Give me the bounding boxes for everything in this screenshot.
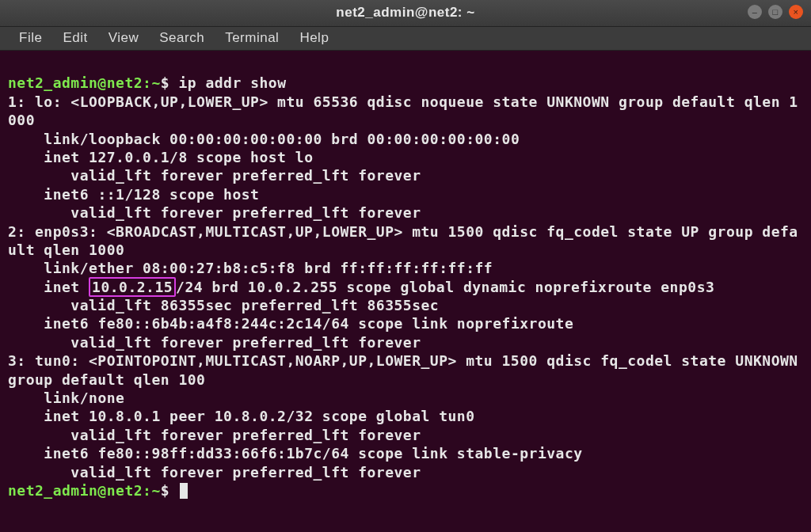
output-line: inet6 fe80::6b4b:a4f8:244c:2c14/64 scope… [8, 315, 573, 332]
output-line: valid_lft forever preferred_lft forever [8, 334, 421, 351]
prompt-path: :~ [143, 482, 161, 499]
menu-terminal[interactable]: Terminal [217, 28, 287, 48]
menu-view[interactable]: View [101, 28, 147, 48]
cursor-block [180, 483, 188, 499]
menu-file[interactable]: File [11, 28, 50, 48]
menu-edit[interactable]: Edit [55, 28, 95, 48]
output-line-prefix: inet [8, 279, 89, 295]
titlebar: net2_admin@net2: ~ – □ × [0, 0, 811, 27]
output-line-suffix: /24 brd 10.0.2.255 scope global dynamic … [176, 279, 714, 295]
maximize-button[interactable]: □ [768, 5, 782, 19]
output-line: inet 10.8.0.1 peer 10.8.0.2/32 scope glo… [8, 408, 475, 424]
output-line: link/loopback 00:00:00:00:00:00 brd 00:0… [8, 131, 520, 147]
output-line: valid_lft forever preferred_lft forever [8, 167, 421, 184]
output-line: valid_lft forever preferred_lft forever [8, 464, 421, 481]
output-line: valid_lft forever preferred_lft forever [8, 427, 421, 443]
menubar: File Edit View Search Terminal Help [0, 27, 811, 51]
output-line: inet6 fe80::98ff:dd33:66f6:1b7c/64 scope… [8, 445, 583, 462]
output-line: link/none [8, 390, 124, 406]
prompt-userhost: net2_admin@net2 [8, 482, 143, 499]
terminal-viewport[interactable]: net2_admin@net2:~$ ip addr show 1: lo: <… [0, 51, 811, 532]
output-line: link/ether 08:00:27:b8:c5:f8 brd ff:ff:f… [8, 260, 493, 276]
command-text: ip addr show [178, 74, 286, 91]
window-controls: – □ × [748, 5, 803, 19]
highlighted-ip: 10.0.2.15 [89, 277, 176, 297]
window-title: net2_admin@net2: ~ [336, 4, 474, 21]
prompt-sigil: $ [161, 74, 169, 91]
prompt-path: :~ [143, 74, 161, 91]
close-button[interactable]: × [789, 5, 803, 19]
output-line: inet6 ::1/128 scope host [8, 186, 259, 203]
output-line: 3: tun0: <POINTOPOINT,MULTICAST,NOARP,UP… [8, 352, 807, 387]
output-line: valid_lft forever preferred_lft forever [8, 204, 421, 221]
minimize-button[interactable]: – [748, 5, 762, 19]
prompt-sigil: $ [161, 482, 169, 499]
menu-help[interactable]: Help [291, 28, 337, 48]
menu-search[interactable]: Search [151, 28, 212, 48]
prompt-userhost: net2_admin@net2 [8, 74, 143, 91]
output-line: 2: enp0s3: <BROADCAST,MULTICAST,UP,LOWER… [8, 223, 798, 258]
output-line: inet 127.0.0.1/8 scope host lo [8, 149, 313, 165]
output-line: 1: lo: <LOOPBACK,UP,LOWER_UP> mtu 65536 … [8, 93, 798, 128]
output-line: valid_lft 86355sec preferred_lft 86355se… [8, 297, 439, 314]
